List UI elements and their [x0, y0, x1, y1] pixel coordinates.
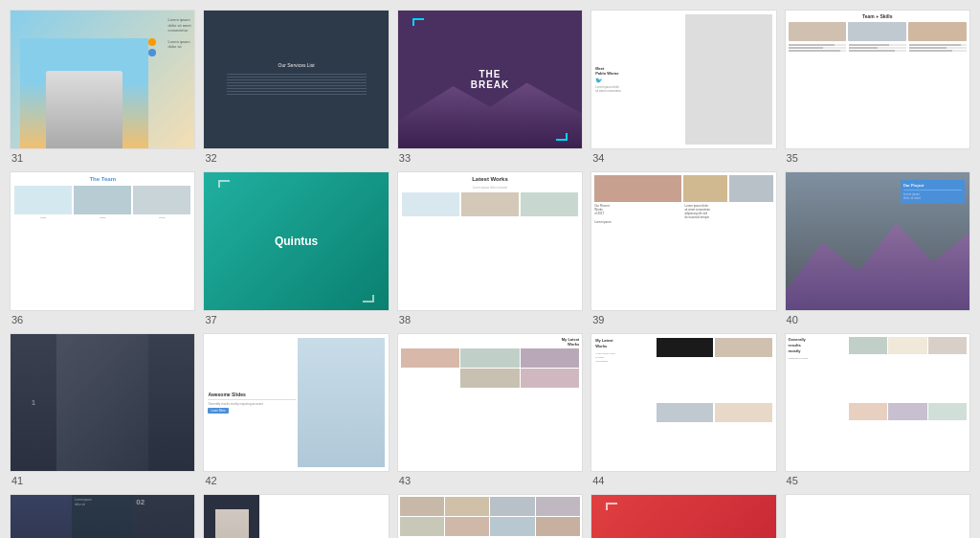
slide-number-31: 31 — [10, 152, 195, 164]
slide-thumb-41[interactable]: 1 — [10, 333, 195, 473]
slide-number-34: 34 — [590, 152, 776, 164]
slide-number-37: 37 — [203, 314, 389, 325]
bracket-tl-37 — [218, 180, 230, 188]
slide-number-33: 33 — [397, 152, 583, 164]
slide-item-33[interactable]: THEBREAK 33 — [397, 10, 583, 164]
slide32-title: Our Services List — [278, 62, 315, 69]
slide-thumb-49[interactable]: THE BREAK — [590, 494, 776, 538]
slide-thumb-50[interactable]: INVESTMENT IN SECURITY Legend — [785, 494, 970, 538]
slide-thumb-38[interactable]: Latest Works Lorem ipsum dolor sit amet — [397, 171, 583, 311]
slide-thumb-32[interactable]: Our Services List — [203, 10, 389, 149]
bracket-br-33 — [556, 133, 568, 141]
slide-item-50[interactable]: INVESTMENT IN SECURITY Legend — [785, 494, 970, 538]
slide-thumb-37[interactable]: Quintus — [203, 171, 389, 311]
slide-item-40[interactable]: Our Project Lorem ipsumdolor sit amet 40 — [785, 171, 970, 325]
slide-thumb-42[interactable]: Awesome Slides Generally results mostly … — [203, 333, 389, 473]
slide-thumb-34[interactable]: MeetPablo Winter 🐦 Lorem ipsum dolorsit … — [590, 10, 776, 149]
slide-item-34[interactable]: MeetPablo Winter 🐦 Lorem ipsum dolorsit … — [590, 10, 776, 164]
slide-item-46[interactable]: 01 Lorem ipsumdolor sit Lorem ipsumdolor… — [10, 494, 195, 538]
slide-item-39[interactable]: Our RecentWorksof 2017Lorem ipsum Lorem … — [590, 171, 776, 325]
slide40-title: Our Project — [903, 183, 962, 188]
slide-number-38: 38 — [397, 314, 583, 325]
slide-item-49[interactable]: THE BREAK 49 — [590, 494, 776, 538]
slide-thumb-46[interactable]: 01 Lorem ipsumdolor sit Lorem ipsumdolor… — [10, 494, 195, 538]
slide-thumb-44[interactable]: My LatestWorks Lorem ipsum dolorsit amet… — [590, 333, 776, 473]
slide-item-38[interactable]: Latest Works Lorem ipsum dolor sit amet … — [397, 171, 583, 325]
slide-item-43[interactable]: My LatestWorks 43 — [397, 333, 583, 487]
slide35-title: Team + Skills — [789, 13, 967, 19]
slide-thumb-45[interactable]: Generallyresultsmostly enquiring an asse… — [785, 333, 970, 473]
slide-number-44: 44 — [590, 475, 776, 486]
slide-number-32: 32 — [203, 152, 389, 164]
slide-item-48[interactable]: View All Download 48 — [397, 494, 583, 538]
slide-thumb-33[interactable]: THEBREAK — [397, 10, 583, 149]
slide-item-31[interactable]: Lorem ipsumdolor sit ametconsecteturLore… — [10, 10, 195, 164]
slide42-title: Awesome Slides — [208, 392, 295, 397]
slide-item-32[interactable]: Our Services List 32 — [203, 10, 389, 164]
slide-item-41[interactable]: 1 41 — [10, 333, 195, 487]
slide-thumb-40[interactable]: Our Project Lorem ipsumdolor sit amet — [785, 171, 970, 311]
slide-item-47[interactable]: WORKS IN PROGRESS Lorem ipsum dolor sit … — [203, 494, 389, 538]
slide-item-45[interactable]: Generallyresultsmostly enquiring an asse… — [785, 333, 970, 487]
slide-item-37[interactable]: Quintus 37 — [203, 171, 389, 325]
slide-number-39: 39 — [590, 314, 776, 325]
slide-number-36: 36 — [10, 314, 195, 325]
slide-thumb-35[interactable]: Team + Skills — [785, 10, 970, 149]
slide-number-41: 41 — [10, 475, 195, 486]
slide-number-42: 42 — [203, 475, 389, 486]
slide33-title: THEBREAK — [471, 69, 510, 90]
slide-number-35: 35 — [785, 152, 970, 164]
slide-thumb-31[interactable]: Lorem ipsumdolor sit ametconsecteturLore… — [10, 10, 195, 149]
slide36-title: The Team — [14, 176, 190, 182]
slide43-title: My LatestWorks — [401, 337, 579, 347]
slide44-title: My LatestWorks — [595, 338, 653, 350]
slide-number-45: 45 — [785, 475, 970, 486]
slide-number-43: 43 — [397, 475, 583, 486]
bracket-tl-33 — [412, 18, 424, 26]
slide46-num2: 02 — [136, 498, 145, 506]
slide34-title: MeetPablo Winter — [595, 66, 682, 77]
slide38-title: Latest Works — [402, 176, 578, 182]
slide-item-44[interactable]: My LatestWorks Lorem ipsum dolorsit amet… — [590, 333, 776, 487]
slide-number-40: 40 — [785, 314, 970, 325]
slide-thumb-47[interactable]: WORKS IN PROGRESS Lorem ipsum dolor sit … — [203, 494, 389, 538]
slide37-title: Quintus — [275, 235, 318, 248]
slide-thumb-36[interactable]: The Team Name Name Name — [10, 171, 195, 311]
bracket-tl-49 — [606, 503, 617, 510]
slide-thumb-39[interactable]: Our RecentWorksof 2017Lorem ipsum Lorem … — [590, 171, 776, 311]
slide-grid: Lorem ipsumdolor sit ametconsecteturLore… — [10, 10, 970, 538]
bracket-br-37 — [363, 295, 374, 303]
slide-item-35[interactable]: Team + Skills — [785, 10, 970, 164]
slide42-btn: Learn More — [208, 408, 228, 414]
slide-thumb-48[interactable]: View All Download — [397, 494, 583, 538]
slide-thumb-43[interactable]: My LatestWorks — [397, 333, 583, 473]
slide-item-36[interactable]: The Team Name Name Name 36 — [10, 171, 195, 325]
slide-item-42[interactable]: Awesome Slides Generally results mostly … — [203, 333, 389, 487]
